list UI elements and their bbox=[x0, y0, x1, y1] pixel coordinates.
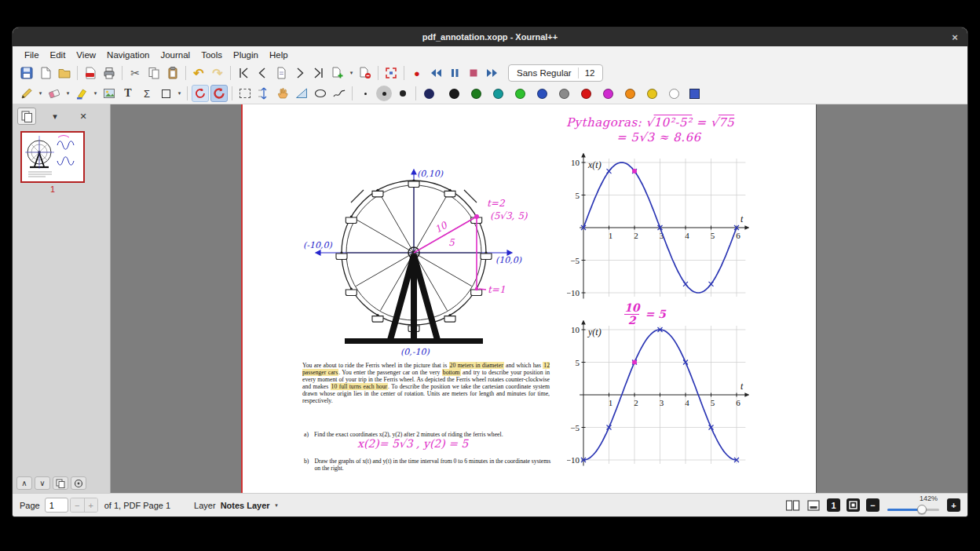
color-swatch-gray[interactable] bbox=[559, 89, 569, 99]
shape-recognizer-button[interactable] bbox=[210, 85, 228, 102]
dual-page-view-button[interactable] bbox=[785, 499, 800, 512]
zoom-slider-track[interactable] bbox=[887, 509, 939, 511]
page-up-button[interactable]: ∧ bbox=[16, 476, 32, 490]
color-swatch-red[interactable] bbox=[581, 89, 591, 99]
spline-tool-button[interactable] bbox=[331, 85, 348, 102]
redo-icon: ↷ bbox=[212, 66, 222, 81]
color-swatch-blue[interactable] bbox=[537, 89, 547, 99]
preview-pages-toggle[interactable] bbox=[17, 108, 36, 125]
page-decrement-button[interactable]: − bbox=[71, 498, 84, 512]
shapes-options-dropdown[interactable]: ▾ bbox=[176, 90, 183, 97]
page-increment-button[interactable]: + bbox=[84, 498, 97, 512]
first-page-button[interactable] bbox=[235, 64, 252, 82]
rewind-audio-button[interactable] bbox=[427, 64, 444, 82]
menu-edit[interactable]: Edit bbox=[45, 49, 71, 61]
page-down-button[interactable]: ∨ bbox=[35, 476, 50, 490]
next-page-button[interactable] bbox=[291, 64, 309, 82]
color-swatch-teal[interactable] bbox=[493, 89, 503, 99]
image-tool-button[interactable] bbox=[101, 85, 118, 102]
color-swatch-green[interactable] bbox=[471, 89, 481, 99]
thickness-medium-button[interactable] bbox=[375, 85, 393, 102]
pause-audio-button[interactable] bbox=[446, 64, 463, 82]
sidebar-dropdown[interactable]: ▾ bbox=[46, 108, 64, 125]
focus-page-button[interactable] bbox=[71, 476, 86, 490]
toolbar-separator bbox=[404, 66, 404, 80]
text-tool-button[interactable]: T bbox=[119, 85, 137, 102]
color-swatch-orange[interactable] bbox=[625, 89, 635, 99]
document-canvas[interactable]: Pythagoras: √10²-5² = √75 = 5√3 ≈ 8.66 1… bbox=[111, 104, 967, 493]
font-button[interactable]: Sans Regular 12 bbox=[508, 64, 603, 82]
rewind-icon bbox=[429, 66, 443, 80]
goto-page-button[interactable] bbox=[272, 64, 290, 82]
duplicate-page-button[interactable] bbox=[53, 476, 68, 490]
eraser-tool-button[interactable] bbox=[46, 85, 63, 102]
svg-text:5: 5 bbox=[711, 231, 715, 240]
svg-text:5: 5 bbox=[711, 398, 715, 407]
save-button[interactable] bbox=[18, 64, 35, 82]
setsquare-tool-button[interactable] bbox=[293, 85, 310, 102]
pen-tool-button[interactable] bbox=[18, 85, 35, 102]
selected-color-swatch[interactable] bbox=[689, 89, 700, 99]
color-swatch-white[interactable] bbox=[669, 89, 679, 99]
pen-options-dropdown[interactable]: ▾ bbox=[37, 90, 44, 97]
eraser-options-dropdown[interactable]: ▾ bbox=[64, 90, 71, 97]
layer-dropdown[interactable]: ▾ bbox=[273, 502, 280, 509]
sidebar-close-button[interactable]: ✕ bbox=[74, 108, 93, 125]
add-page-dropdown[interactable]: ▾ bbox=[348, 70, 355, 76]
pythagoras-line1: Pythagoras: √10²-5² = √75 bbox=[566, 115, 734, 130]
zoom-out-button[interactable]: − bbox=[866, 498, 879, 512]
circle-tool-button[interactable] bbox=[312, 85, 329, 102]
add-page-button[interactable] bbox=[329, 64, 346, 82]
highlighter-options-dropdown[interactable]: ▾ bbox=[92, 90, 99, 97]
presentation-view-button[interactable] bbox=[806, 499, 821, 512]
tex-tool-button[interactable]: Σ bbox=[138, 85, 155, 102]
print-button[interactable] bbox=[101, 64, 118, 82]
menu-view[interactable]: View bbox=[71, 49, 101, 61]
delete-page-button[interactable] bbox=[357, 64, 374, 82]
cut-button[interactable]: ✂ bbox=[126, 64, 144, 82]
copy-button[interactable] bbox=[145, 64, 163, 82]
color-swatch-magenta[interactable] bbox=[603, 89, 613, 99]
page-number-input[interactable] bbox=[45, 498, 68, 513]
new-document-button[interactable] bbox=[37, 64, 54, 82]
stop-audio-button[interactable] bbox=[465, 64, 482, 82]
menu-journal[interactable]: Journal bbox=[155, 49, 196, 61]
layer-value[interactable]: Notes Layer bbox=[221, 501, 270, 510]
menu-navigation[interactable]: Navigation bbox=[101, 49, 155, 61]
thickness-fine-button[interactable] bbox=[357, 85, 374, 102]
open-button[interactable] bbox=[56, 64, 73, 82]
paste-button[interactable] bbox=[164, 64, 181, 82]
vertical-space-tool-button[interactable] bbox=[255, 85, 272, 102]
redo-button[interactable]: ↷ bbox=[209, 64, 226, 82]
menubar: File Edit View Navigation Journal Tools … bbox=[13, 46, 967, 63]
color-swatch-black[interactable] bbox=[449, 89, 459, 99]
pdf-page[interactable]: Pythagoras: √10²-5² = √75 = 5√3 ≈ 8.66 1… bbox=[241, 104, 817, 493]
snap-rotation-button[interactable] bbox=[192, 85, 209, 102]
hand-tool-button[interactable] bbox=[274, 85, 291, 102]
menu-file[interactable]: File bbox=[19, 49, 45, 61]
undo-button[interactable]: ↶ bbox=[190, 64, 207, 82]
forward-audio-button[interactable] bbox=[484, 64, 501, 82]
menu-plugin[interactable]: Plugin bbox=[228, 49, 264, 61]
zoom-100-button[interactable]: 1 bbox=[827, 498, 840, 512]
page-thumbnail[interactable] bbox=[20, 131, 85, 183]
previous-page-button[interactable] bbox=[254, 64, 271, 82]
zoom-fit-button[interactable] bbox=[847, 498, 860, 512]
fullscreen-button[interactable] bbox=[382, 64, 400, 82]
fullscreen-icon bbox=[384, 66, 398, 80]
last-page-button[interactable] bbox=[310, 64, 327, 82]
select-rect-tool-button[interactable] bbox=[236, 85, 254, 102]
zoom-slider-handle[interactable] bbox=[917, 505, 927, 514]
zoom-in-button[interactable]: + bbox=[947, 498, 960, 512]
thickness-thick-button[interactable] bbox=[394, 85, 411, 102]
color-swatch-light-green[interactable] bbox=[515, 89, 525, 99]
record-audio-button[interactable]: ● bbox=[408, 64, 426, 82]
menu-help[interactable]: Help bbox=[264, 49, 294, 61]
export-pdf-button[interactable] bbox=[82, 64, 99, 82]
menu-tools[interactable]: Tools bbox=[196, 49, 228, 61]
color-swatch-yellow[interactable] bbox=[647, 89, 657, 99]
close-window-button[interactable]: × bbox=[949, 31, 961, 43]
highlighter-tool-button[interactable] bbox=[73, 85, 90, 102]
shapes-tool-button[interactable] bbox=[157, 85, 174, 102]
zoom-slider[interactable]: 142% bbox=[887, 495, 939, 516]
